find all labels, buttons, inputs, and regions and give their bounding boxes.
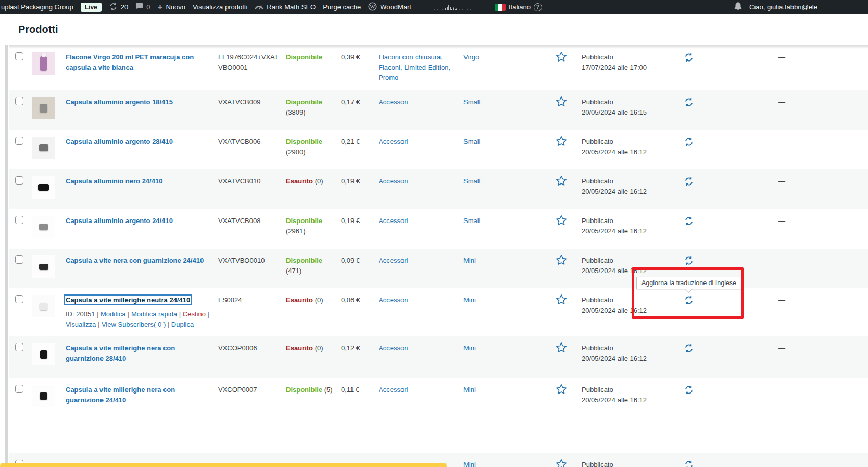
tag-link[interactable]: Mini [463,461,476,467]
product-thumbnail[interactable] [32,343,55,365]
update-translation-button[interactable] [684,52,694,66]
new-content-menu[interactable]: + Nuovo [154,0,189,14]
update-translation-button[interactable] [684,295,694,309]
update-translation-button[interactable] [684,385,694,398]
category-link[interactable]: Accessori [379,217,408,225]
row-select-checkbox[interactable] [15,137,23,145]
updates-menu[interactable]: 20 [105,0,132,14]
row-select-checkbox[interactable] [15,176,23,185]
update-translation-button[interactable] [684,216,694,229]
stock-status: Esaurito (0) [286,176,341,187]
product-name-link[interactable]: Capsula alluminio argento 24/410 [66,217,173,225]
row-action-duplica[interactable]: Duplica [171,321,194,328]
product-thumbnail[interactable] [32,255,55,278]
tag-link[interactable]: Small [463,98,481,106]
purge-cache-button[interactable]: Purge cache [319,0,364,14]
category-link[interactable]: Flaconi con chiusura [379,53,441,61]
category-link[interactable]: Flaconi [379,64,400,71]
row-action-modifica-rapida[interactable]: Modifica rapida [131,310,177,318]
row-select-checkbox[interactable] [15,97,23,105]
row-select-checkbox[interactable] [15,295,23,303]
category-link[interactable]: Accessori [379,177,408,185]
category-link[interactable]: Accessori [379,344,408,352]
notifications-bell-icon[interactable] [734,2,742,13]
product-thumbnail[interactable] [32,216,55,238]
rank-math-menu[interactable]: Rank Math SEO [251,0,319,14]
publish-date: Pubblicato20/05/2024 alle 16:12 [582,295,679,315]
row-select-checkbox[interactable] [15,52,23,60]
product-thumbnail[interactable] [32,385,55,407]
product-categories: Accessori [379,343,463,353]
featured-star-button[interactable] [556,342,567,356]
account-menu[interactable]: Ciao, giulia.fabbri@ele [749,3,868,11]
product-name-link[interactable]: Capsula a vite nera con guarnizione 24/4… [66,256,204,264]
site-name-menu[interactable]: uplast Packaging Group [0,0,77,14]
update-translation-button[interactable] [684,255,694,269]
product-price: 0,06 € [341,295,379,305]
category-link[interactable]: Limited Edition [404,64,448,71]
row-select-checkbox[interactable] [15,343,23,351]
product-thumbnail[interactable] [32,295,55,317]
featured-star-button[interactable] [556,459,567,467]
featured-star-button[interactable] [556,215,567,229]
featured-star-button[interactable] [556,51,567,65]
category-link[interactable]: Accessori [379,256,408,264]
tag-link[interactable]: Mini [463,256,476,264]
featured-star-button[interactable] [556,254,567,268]
product-image [40,350,47,359]
stats-sparkline-icon[interactable] [429,0,476,14]
category-link[interactable]: Accessori [379,386,408,394]
tag-link[interactable]: Small [463,177,481,185]
featured-star-button[interactable] [556,294,567,308]
product-sku: VXCOP0007 [218,385,286,395]
product-price: 0,12 € [341,343,379,353]
category-link[interactable]: Accessori [379,98,408,106]
tag-link[interactable]: Small [463,138,481,145]
tag-link[interactable]: Mini [463,386,476,394]
product-name-link[interactable]: Capsula alluminio nero 24/410 [66,177,162,185]
comments-menu[interactable]: 0 [132,0,154,14]
product-name-link[interactable]: Capsula a vite millerighe nera con guarn… [66,344,175,362]
row-select-checkbox[interactable] [15,255,23,264]
featured-star-button[interactable] [556,384,567,398]
category-link[interactable]: Accessori [379,296,408,304]
row-action-modifica[interactable]: Modifica [100,310,125,318]
featured-star-button[interactable] [556,175,567,189]
view-products-link[interactable]: Visualizza prodotti [189,0,251,14]
product-name-link[interactable]: Capsula a vite millerighe neutra 24/410 [66,296,190,304]
update-translation-button[interactable] [684,176,694,190]
update-translation-button[interactable] [684,97,694,110]
tag-link[interactable]: Virgo [463,53,479,61]
bottle-cap [41,53,46,57]
row-action-visualizza[interactable]: Visualizza [66,321,96,328]
row-select-checkbox[interactable] [15,460,23,467]
category-link[interactable]: Accessori [379,138,408,145]
product-name-link[interactable]: Capsula a vite millerighe nera con guarn… [66,386,175,404]
product-thumbnail[interactable] [32,137,55,159]
product-name-link[interactable]: Flacone Virgo 200 ml PET maracuja con ca… [66,53,194,71]
featured-star-button[interactable] [556,96,567,110]
product-categories: Accessori [379,137,463,147]
featured-star-button[interactable] [556,136,567,150]
row-action-cestino[interactable]: Cestino [183,310,206,318]
product-thumbnail[interactable] [32,52,55,75]
help-icon[interactable]: ? [534,3,542,11]
tag-link[interactable]: Small [463,217,481,225]
product-thumbnail[interactable] [32,176,55,199]
update-translation-button[interactable] [684,460,694,467]
tag-link[interactable]: Mini [463,344,476,352]
row-action-view-subscribers-0[interactable]: View Subscribers( 0 ) [102,321,166,328]
product-thumbnail[interactable] [32,97,55,119]
update-translation-button[interactable] [684,343,694,357]
update-translation-button[interactable] [684,137,694,150]
tag-link[interactable]: Mini [463,296,476,304]
woodmart-menu[interactable]: WoodMart [364,0,415,14]
product-name-link[interactable]: Capsula alluminio argento 18/415 [66,98,173,106]
product-name-link[interactable]: Capsula alluminio argento 28/410 [66,138,173,145]
row-select-checkbox[interactable] [15,385,23,393]
product-categories: Accessori [379,216,463,226]
product-categories: Accessori [379,295,463,305]
row-select-checkbox[interactable] [15,216,23,224]
language-switcher[interactable]: Italiano ? [491,0,546,14]
category-link[interactable]: Promo [379,73,398,81]
